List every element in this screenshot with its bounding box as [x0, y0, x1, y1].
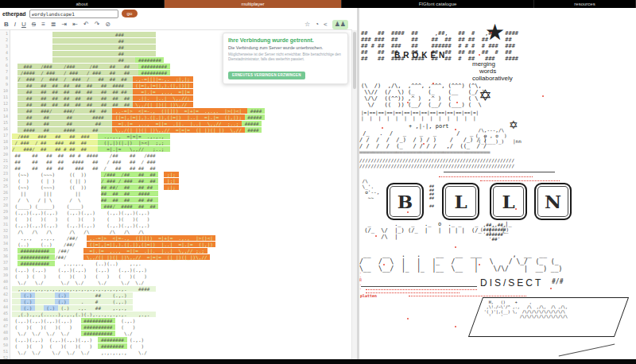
ascii-row: ( ) ( ) ( )( ) ( ) ( )( ): [12, 273, 352, 280]
line-number: 24: [0, 176, 8, 183]
tab-about[interactable]: about: [0, 0, 165, 8]
ascii-word-broken: BROKEN: [394, 51, 448, 60]
ascii-row: ########## ,.,.,., (..)(..) ,.,.: [12, 261, 352, 267]
letter-box-l-1: L: [442, 183, 479, 220]
red-speck: [423, 143, 425, 145]
line-number: 39: [0, 272, 8, 278]
ascii-row: ## ## ## ## ## # #### /## ## /###: [12, 153, 352, 159]
annotation-port: + ,|-|, port: [409, 123, 449, 130]
pad-url-bar: etherpad go: [0, 8, 357, 19]
line-number: 5: [0, 56, 8, 62]
toolbar-right-group: ☆◔<♟♟: [304, 20, 348, 29]
red-dotted-line: [439, 176, 533, 177]
line-number: 47: [0, 323, 8, 329]
ascii-row: (~~) (~~~) (( )) /### /## ## ## ;|;: [12, 172, 352, 178]
ascii-row: ## ## ## #### (|=|,|=||,).(|.|),(|=|) |.…: [12, 114, 352, 121]
ascii-row: (.) (.) . # (.,.): [12, 299, 352, 305]
ascii-row: (~~) (~~~) (( )) ## ##/ ## ## ## ;|;: [12, 184, 352, 191]
red-speck: [515, 208, 517, 210]
tab-figfont-catalogue[interactable]: FIGfont catalogue: [342, 0, 534, 8]
italic-icon[interactable]: I: [14, 20, 16, 29]
line-number: 48: [0, 329, 8, 335]
users-icon[interactable]: ♟♟: [332, 20, 348, 29]
editor-scrollbar[interactable]: [351, 30, 357, 359]
line-number: 40: [0, 278, 8, 285]
bottom-bar: [0, 359, 636, 364]
save-revision-icon[interactable]: ☆: [304, 20, 310, 29]
line-number: 14: [0, 113, 8, 119]
letter-box-l-2: L: [490, 183, 527, 220]
ascii-row: ## ## ## ## ### ## / ## ## ## ##: [12, 165, 352, 172]
red-dotted-line: [366, 292, 460, 293]
ascii-row: / ###/ ## ## # ## ## =|.|= \,,// ;..;: [12, 146, 352, 153]
line-number: 23: [0, 170, 8, 176]
ascii-cat: /\,---,/\ ( o , o ) (_(___)_) |nn: [475, 127, 522, 144]
line-number-gutter: 1234567891011121314151617181920212223242…: [0, 30, 10, 359]
outdent-icon[interactable]: ⇤: [72, 20, 78, 29]
ascii-row: .,., ,.,., /##/ ,.-=|> <|=-., (|[]|) =|+…: [12, 235, 352, 242]
undo-icon[interactable]: ↶: [83, 20, 89, 29]
top-nav-bar: aboutmultiplayerFIGfont catalogueresourc…: [0, 0, 636, 8]
underline-icon[interactable]: U: [21, 20, 26, 29]
ascii-row: ## ###/ ###/ ## ## ,.-=|> <|=-., (|[]|) …: [12, 108, 352, 114]
redo-icon[interactable]: ↷: [95, 20, 100, 29]
ascii-row: \./ \./ \./ \./ \./ \./ \./: [12, 280, 352, 286]
ascii-row: (.) (.) ## (.,.): [12, 292, 352, 299]
ascii-row: ########## /##/ =|.|= ,.., =||= .||. |..…: [12, 248, 352, 254]
word-dissect: DIS/SECT: [480, 278, 543, 288]
ascii-row: (.) (.) (.) .,. ## ,.,.,: [12, 305, 352, 312]
modal-title: Ihre Verbindung wurde getrennt.: [228, 37, 343, 43]
unordered-list-icon[interactable]: ≡: [41, 20, 45, 29]
red-speck: [407, 318, 409, 319]
ascii-row: /### ### ## ## ### .,.,., =|=|= .,.,.,: [12, 134, 352, 140]
pad-name-input[interactable]: [29, 10, 118, 18]
line-number: 36: [0, 253, 8, 259]
scrollbar-thumb[interactable]: [353, 32, 356, 89]
app-window: aboutmultiplayerFIGfont catalogueresourc…: [0, 0, 636, 364]
app-title: etherpad: [2, 11, 26, 17]
line-number: 22: [0, 164, 8, 170]
line-number: 7: [0, 68, 8, 75]
ascii-row: (.,.)(.,.)(.,.) (.,.)(.,.) (.,.)(.,.)(.,…: [12, 210, 352, 216]
ascii-row: \./ \./ \./ \./ \./ ,.,.,.,., \./: [12, 350, 352, 356]
line-number: 27: [0, 196, 8, 202]
line-number: 32: [0, 227, 8, 234]
red-speck: [407, 102, 409, 103]
ascii-row: ,.,.,.,.,.,.,.,.,.,.,.,.,.,.,.,.,.,.,. #…: [12, 286, 352, 292]
red-speck: [542, 95, 544, 97]
rule-line: [559, 344, 615, 357]
line-number: 25: [0, 183, 8, 189]
ordered-list-icon[interactable]: ≣: [51, 20, 56, 29]
line-number: 51: [0, 348, 8, 354]
indent-icon[interactable]: ⇥: [62, 20, 68, 29]
handwriting-tagline: merging words collaboratively: [472, 60, 513, 82]
red-speck: [455, 246, 456, 248]
ascii-row: ( ) ( | ) ( || ) / ### / ### ## ## |;|: [12, 178, 352, 184]
modal-hint: Möglicherweise ist der Server nicht erre…: [228, 52, 343, 62]
ascii-row: (.,.)(.,.) (.,.)(.,.)(.,.) ######## (.,.…: [12, 337, 352, 343]
red-speck: [550, 288, 552, 289]
ascii-row: \./ \./ \./ \./ ########## \./: [12, 331, 352, 337]
ascii-ruler: |=|==|==|==|==|==|==|==|==|==|==|==|==|=…: [361, 110, 479, 121]
share-icon[interactable]: <: [324, 20, 328, 29]
red-dotted-line: [480, 180, 560, 181]
tab-resources[interactable]: resources: [534, 0, 636, 8]
go-button[interactable]: go: [122, 10, 138, 17]
strikethrough-icon[interactable]: S: [32, 20, 36, 29]
rule-line: [361, 286, 477, 287]
line-number: 26: [0, 189, 8, 196]
mountain-parallelogram: H, () + , ,\!./~\'/^ ,., /\ ,/\, /\ ,/\,…: [468, 297, 629, 337]
line-number: 15: [0, 119, 8, 126]
ascii-exclamation: ## ## ## ## ##: [429, 184, 434, 208]
timeslider-icon[interactable]: ◔: [315, 20, 319, 29]
tab-multiplayer[interactable]: multiplayer: [165, 0, 342, 8]
bold-icon[interactable]: B: [4, 20, 9, 29]
line-number: 38: [0, 265, 8, 272]
ascii-row: (..) (..) /##/ (|=|,|=||,).(|.|),(|=|) |…: [12, 242, 352, 248]
ascii-row: ## ## ## ## =|.|= ,.., =||= .||. |..| \,…: [12, 121, 352, 127]
clear-authorship-icon[interactable]: ⊘: [105, 20, 111, 29]
reconnect-button[interactable]: ERNEUTES VERBINDEN ERZWINGEN: [228, 72, 305, 79]
ascii-row: ## ## ## ## ## ## ## ## ## =|.|= ,.., =|…: [12, 89, 352, 95]
red-speck: [479, 54, 480, 56]
ascii-row: /\ /\ /\ /\ /\ /\ /\ /\: [12, 229, 352, 235]
